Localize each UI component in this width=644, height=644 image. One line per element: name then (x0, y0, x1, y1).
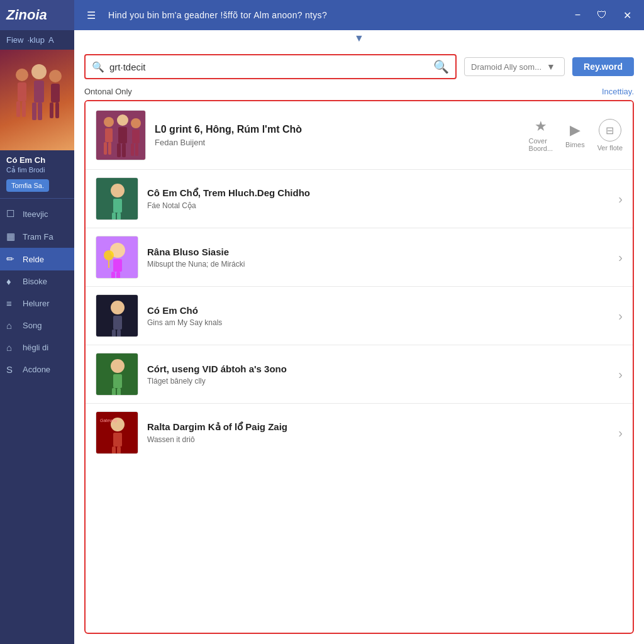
featured-title: L0 grint 6, Hông, Rúm l'mt Chò (155, 124, 520, 135)
svg-rect-7 (32, 103, 36, 120)
svg-point-9 (49, 70, 62, 82)
svg-rect-35 (116, 272, 120, 279)
svg-rect-23 (132, 130, 140, 143)
filter-bar: Ontonal Only Incettiay. (74, 84, 644, 100)
diamond-icon: ♦ (6, 276, 18, 287)
action-cover-board[interactable]: ★ CoverBoord... (529, 118, 553, 152)
titlebar: ☰ Hind you bin bm'a geadner !šffõ tor Al… (74, 0, 644, 30)
svg-rect-45 (113, 374, 122, 388)
sidebar-label-helurer: Helurer (23, 299, 50, 308)
play-icon: ▶ (570, 122, 580, 138)
sidebar-item-acdone[interactable]: S Acdone (0, 358, 75, 380)
shield-button[interactable]: 🛡 (593, 8, 611, 22)
filter-dropdown-text: Dramoid Ally som... (471, 62, 541, 72)
sidebar-item-relde[interactable]: ✏ Relde (0, 248, 75, 270)
titlebar-right: − 🛡 ✕ (571, 8, 635, 23)
sidebar-nav-top: Fiew ·klup A (0, 30, 75, 50)
svg-point-22 (131, 118, 141, 128)
svg-rect-6 (34, 80, 44, 103)
result-sub-0: Fáe Notal Cộa (147, 201, 609, 210)
svg-point-18 (117, 114, 128, 126)
svg-rect-16 (104, 142, 107, 155)
sidebar-label-relde: Relde (23, 255, 44, 264)
svg-point-36 (104, 250, 114, 260)
result-item-4[interactable]: Gateway Ralta Dargim Kả of lổ Paig Zaig … (86, 404, 633, 462)
keyword-button[interactable]: Rey.word (572, 57, 634, 76)
titlebar-left: ☰ Hind you bin bm'a geadner !šffõ tor Al… (83, 8, 327, 23)
svg-rect-11 (50, 103, 53, 118)
results-panel: L0 grint 6, Hông, Rúm l'mt Chò Fedan Bui… (84, 100, 634, 634)
svg-rect-30 (117, 213, 121, 220)
filter-dropdown[interactable]: Dramoid Ally som... ▼ (464, 57, 565, 76)
nav-klup[interactable]: ·klup (27, 35, 44, 45)
search-input[interactable] (109, 62, 433, 72)
hamburger-button[interactable]: ☰ (83, 8, 99, 23)
featured-info: L0 grint 6, Hông, Rúm l'mt Chò Fedan Bui… (155, 124, 520, 147)
grid-icon: ▦ (6, 231, 18, 242)
sidebar-item-hegli[interactable]: ⌂ hëgli di (0, 336, 75, 358)
result-info-0: Cô Em Chổ, Trem Hluch.Deg Chidho Fáe Not… (147, 187, 609, 210)
action-bimes-label: Bimes (565, 141, 585, 148)
svg-rect-24 (131, 143, 134, 156)
result-thumb-4: Gateway (96, 411, 138, 454)
filter-incettiay-link[interactable]: Incettiay. (602, 87, 634, 96)
svg-rect-52 (117, 447, 121, 454)
sidebar-item-bisoke[interactable]: ♦ Bisoke (0, 270, 75, 292)
sidebar-thumbnail (0, 50, 75, 150)
result-item-1[interactable]: Râna Bluso Siasie Mibsupt the Nuna; de M… (86, 228, 633, 287)
chevron-down-icon: ▼ (547, 62, 555, 72)
minimize-button[interactable]: − (571, 8, 584, 22)
svg-rect-25 (135, 143, 138, 156)
sidebar-content-sub: Cả fim Brodi (0, 166, 51, 177)
svg-point-1 (16, 69, 28, 81)
building-icon: ⌂ (6, 342, 18, 353)
svg-rect-28 (113, 199, 122, 213)
nav-fiew[interactable]: Fiew (6, 35, 23, 45)
nav-a[interactable]: A (48, 35, 54, 45)
svg-rect-47 (117, 388, 121, 396)
svg-point-14 (104, 117, 114, 127)
result-thumb-img-3 (96, 353, 138, 395)
chevron-right-icon-4: › (618, 426, 623, 440)
result-title-2: Có Em Chó (147, 305, 609, 316)
sidebar-item-song[interactable]: ⌂ Song (0, 314, 75, 336)
result-title-1: Râna Bluso Siasie (147, 247, 609, 257)
s-icon: S (6, 364, 18, 375)
result-thumb-3 (96, 353, 138, 396)
close-button[interactable]: ✕ (619, 8, 635, 23)
sidebar-item-helurer[interactable]: ≡ Helurer (0, 292, 75, 314)
action-bimes[interactable]: ▶ Bimes (565, 122, 585, 148)
result-thumb-img-0 (96, 178, 138, 219)
logo-text: Zinoia (6, 7, 47, 23)
svg-rect-42 (117, 330, 121, 337)
result-title-4: Ralta Dargim Kả of lổ Paig Zaig (147, 421, 609, 433)
titlebar-title: Hind you bin bm'a geadner !šffõ tor Alm … (108, 10, 327, 20)
svg-rect-8 (38, 103, 42, 120)
star-icon: ★ (535, 118, 547, 135)
result-thumb-0 (96, 177, 138, 220)
result-title-3: Córt, useng VID ábtoh a's 3ono (147, 364, 609, 374)
result-item-3[interactable]: Córt, useng VID ábtoh a's 3ono Tláget bâ… (86, 345, 633, 404)
result-sub-1: Mibsupt the Nuna; de Mirácki (147, 260, 609, 269)
sidebar-label-song: Song (23, 321, 42, 330)
sidebar-action-button[interactable]: Tomfia Sa. (6, 179, 49, 192)
result-item-2[interactable]: Có Em Chó Gins am My Say knals › (86, 287, 633, 345)
action-ver-flote[interactable]: ⊟ Ver flote (597, 119, 623, 152)
sidebar-divider (0, 198, 75, 199)
svg-point-5 (31, 64, 47, 79)
result-title-0: Cô Em Chổ, Trem Hluch.Deg Chidho (147, 187, 609, 199)
main-window: ☰ Hind you bin bm'a geadner !šffõ tor Al… (74, 0, 644, 644)
svg-rect-12 (55, 103, 59, 118)
search-submit-icon[interactable]: 🔍 (433, 59, 449, 74)
sidebar-label-iteevjic: Iteevjic (23, 209, 48, 219)
sidebar-item-iteevjic[interactable]: ☐ Iteevjic (0, 203, 75, 225)
sidebar-item-tram[interactable]: ▦ Tram Fa (0, 225, 75, 248)
result-info-1: Râna Bluso Siasie Mibsupt the Nuna; de M… (147, 247, 609, 269)
result-thumb-1 (96, 236, 138, 279)
action-cover-label: CoverBoord... (529, 137, 553, 152)
result-item-0[interactable]: Cô Em Chổ, Trem Hluch.Deg Chidho Fáe Not… (86, 170, 633, 228)
home-icon: ⌂ (6, 320, 18, 331)
svg-rect-21 (122, 143, 126, 157)
search-area: 🔍 🔍 Dramoid Ally som... ▼ Rey.word (74, 47, 644, 84)
search-icon: 🔍 (92, 61, 104, 73)
